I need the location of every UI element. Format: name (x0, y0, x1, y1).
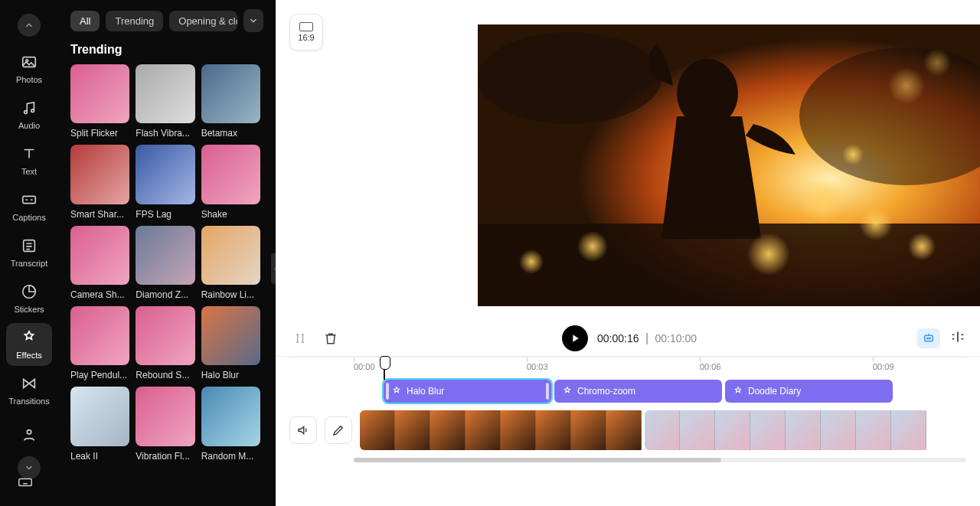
effect-label: FPS Lag (136, 209, 194, 220)
media-frame (645, 410, 680, 450)
effect-thumbnail (201, 387, 260, 446)
svg-point-21 (888, 67, 925, 104)
playhead[interactable] (384, 357, 385, 380)
media-frame (891, 410, 926, 450)
chip-all[interactable]: All (70, 11, 100, 31)
effect-label: Rebound S... (136, 370, 194, 380)
effect-card[interactable]: Shake (201, 145, 260, 219)
delete-button[interactable] (320, 328, 341, 349)
clip-label: Chromo-zoom (577, 386, 635, 397)
playback-controls: 00:00:16 | 00:10:00 (276, 320, 980, 357)
sidebar-item-stickers[interactable]: Stickers (6, 277, 52, 320)
media-frame (466, 410, 501, 450)
sidebar-item-transitions[interactable]: Transitions (6, 369, 52, 412)
effect-label: Split Flicker (70, 128, 129, 139)
effect-card[interactable]: Leak II (70, 387, 129, 461)
main-area: 16:9 (276, 0, 980, 506)
sidebar-item-photos[interactable]: Photos (6, 47, 52, 90)
chip-trending[interactable]: Trending (106, 11, 163, 31)
sidebar-item-audio[interactable]: Audio (6, 93, 52, 136)
media-clip[interactable] (645, 410, 929, 450)
effect-card[interactable]: Halo Blur (201, 306, 260, 380)
effect-clip[interactable]: Chromo-zoom (554, 380, 722, 403)
effect-thumbnail (201, 145, 260, 204)
effect-clip[interactable]: Doodle Diary (725, 380, 893, 403)
effect-label: Vibration Fl... (136, 451, 194, 462)
svg-point-18 (908, 233, 936, 260)
effects-grid: Split FlickerFlash Vibra...BetamaxSmart … (70, 64, 263, 462)
ruler-tick: 00:00 (354, 362, 375, 371)
keyboard-icon[interactable] (17, 474, 34, 494)
sidebar-item-label: Effects (16, 351, 41, 360)
time-separator: | (645, 331, 648, 344)
collapse-button[interactable] (18, 14, 41, 37)
effect-card[interactable]: FPS Lag (136, 145, 194, 219)
effect-card[interactable]: Random M... (201, 387, 260, 461)
svg-point-24 (927, 338, 929, 339)
svg-point-3 (31, 109, 34, 113)
effect-thumbnail (136, 306, 194, 365)
ruler-tick: 00:06 (700, 362, 721, 371)
media-frame (606, 410, 642, 450)
effect-label: Leak II (70, 451, 129, 462)
effects-panel: All Trending Opening & clo Trending Spli… (58, 0, 276, 506)
effect-label: Play Pendul... (70, 370, 129, 380)
effect-clip[interactable]: Halo Blur (384, 380, 551, 403)
svg-point-14 (799, 178, 845, 224)
effect-thumbnail (136, 64, 194, 123)
pencil-icon (332, 423, 345, 437)
left-sidebar: Photos Audio Text Captions Transcript St… (0, 0, 58, 506)
video-preview[interactable] (478, 24, 980, 306)
effect-card[interactable]: Betamax (201, 64, 260, 139)
chip-opening[interactable]: Opening & clo (169, 11, 237, 31)
effect-card[interactable]: Rainbow Li... (201, 226, 260, 300)
effect-card[interactable]: Flash Vibra... (136, 64, 194, 139)
sidebar-item-label: Transcript (11, 259, 48, 268)
effect-label: Betamax (201, 128, 260, 139)
effect-card[interactable]: Rebound S... (136, 306, 194, 380)
media-frame (360, 410, 395, 450)
clip-handle-right[interactable] (546, 383, 549, 400)
effect-card[interactable]: Diamond Z... (136, 226, 194, 300)
svg-point-20 (842, 144, 864, 165)
media-frame (750, 410, 786, 450)
effect-thumbnail (70, 145, 129, 204)
sidebar-item-transcript[interactable]: Transcript (6, 231, 52, 274)
effect-card[interactable]: Camera Sh... (70, 226, 129, 300)
mute-button[interactable] (289, 416, 317, 444)
effect-thumbnail (136, 145, 194, 204)
effect-thumbnail (136, 226, 194, 285)
sidebar-item-more[interactable] (6, 421, 52, 449)
svg-point-19 (519, 250, 544, 274)
split-button[interactable] (949, 328, 966, 348)
edit-track-button[interactable] (325, 416, 352, 444)
sidebar-item-text[interactable]: Text (6, 139, 52, 182)
chip-more[interactable] (243, 9, 263, 32)
media-clip[interactable] (360, 410, 645, 450)
media-frame (501, 410, 536, 450)
play-button[interactable] (562, 325, 588, 351)
sparkle-icon (733, 386, 743, 397)
ai-button[interactable] (917, 328, 940, 348)
effect-card[interactable]: Vibration Fl... (136, 387, 194, 461)
split-icon-svg (949, 328, 966, 345)
effect-card[interactable]: Split Flicker (70, 64, 129, 139)
effect-label: Rainbow Li... (201, 289, 260, 300)
ratio-label: 16:9 (298, 33, 314, 42)
aspect-ratio-button[interactable]: 16:9 (289, 14, 323, 51)
sidebar-item-label: Photos (16, 75, 42, 84)
effect-card[interactable]: Smart Shar... (70, 145, 129, 219)
clip-handle-left[interactable] (386, 383, 389, 400)
trim-button[interactable] (289, 328, 311, 349)
svg-point-7 (27, 430, 31, 435)
sidebar-item-effects[interactable]: Effects (6, 323, 52, 366)
scrollbar-thumb[interactable] (354, 458, 721, 462)
play-icon (569, 332, 581, 344)
timeline-scrollbar[interactable] (354, 458, 966, 462)
sidebar-item-captions[interactable]: Captions (6, 185, 52, 228)
effect-card[interactable]: Play Pendul... (70, 306, 129, 380)
timeline-ruler[interactable]: 00:0000:0300:0600:09 (289, 357, 966, 380)
effect-label: Diamond Z... (136, 289, 194, 300)
sidebar-item-label: Captions (12, 213, 45, 222)
photo-icon (21, 54, 38, 70)
